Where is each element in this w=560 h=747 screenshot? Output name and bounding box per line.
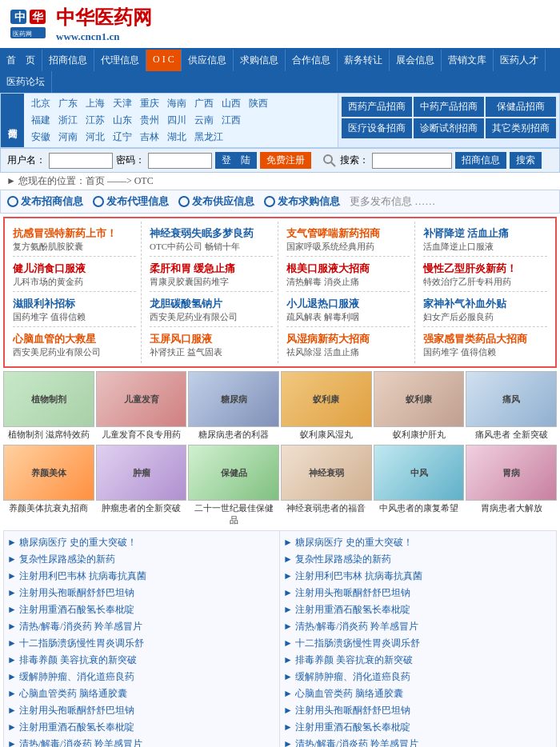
cell-title[interactable]: 家神补气补血外贴	[423, 297, 547, 311]
news-item-right-4[interactable]: ► 注射用重酒石酸氢长奉枇啶	[283, 601, 553, 618]
nav-agent[interactable]: 代理信息	[94, 50, 146, 71]
province-link-广西[interactable]: 广西	[190, 95, 218, 112]
news-item-left-6[interactable]: ► 十二指肠溃疡慢性胃炎调乐舒	[7, 635, 276, 652]
nav-supply[interactable]: 供应信息	[182, 50, 234, 71]
cell-title[interactable]: 玉屏风口服液	[150, 332, 273, 346]
cell-title[interactable]: 健儿消食口服液	[13, 262, 136, 276]
nav-otc[interactable]: O I C	[146, 50, 182, 71]
news-item-right-1[interactable]: ► 复杂性尿路感染的新药	[283, 551, 553, 568]
product-item-3[interactable]: 神经衰弱神经衰弱患者的福音	[281, 445, 372, 527]
cell-title[interactable]: 神经衰弱失眠多梦良药	[150, 226, 273, 241]
product-item-1[interactable]: 肿瘤肿瘤患者的全新突破	[96, 445, 187, 527]
product-item-2[interactable]: 糖尿病糖尿病患者的利器	[188, 371, 279, 441]
province-link-上海[interactable]: 上海	[82, 95, 109, 112]
product-item-4[interactable]: 中风中风患者的康复希望	[374, 445, 465, 527]
news-item-left-4[interactable]: ► 注射用重酒石酸氢长奉枇啶	[7, 601, 276, 618]
province-link-山西[interactable]: 山西	[218, 95, 245, 112]
cell-title[interactable]: 支气管哮喘新药招商	[286, 226, 410, 241]
cell-title[interactable]: 心脑血管的大救星	[13, 332, 136, 346]
province-link-广东[interactable]: 广东	[54, 95, 82, 112]
publish-supply[interactable]: 发布供应信息	[178, 194, 254, 209]
recruit-btn-3[interactable]: 医疗设备招商	[342, 118, 412, 138]
news-item-left-1[interactable]: ► 复杂性尿路感染的新药	[7, 551, 276, 568]
recruit-btn-2[interactable]: 保健品招商	[486, 97, 556, 117]
news-item-left-10[interactable]: ► 注射用头孢哌酮舒舒巴坦钠	[7, 702, 276, 719]
search-input[interactable]	[372, 153, 452, 169]
news-item-left-7[interactable]: ► 排毒养颜 美容抗衰的新突破	[7, 652, 276, 669]
recruit-btn-0[interactable]: 西药产品招商	[342, 97, 412, 117]
recruit-btn-5[interactable]: 其它类别招商	[486, 118, 556, 138]
recruit-info-button[interactable]: 招商信息	[455, 152, 506, 169]
news-item-right-5[interactable]: ► 清热/解毒/消炎药 羚羊感冒片	[283, 618, 553, 635]
nav-forum[interactable]: 医药论坛	[0, 71, 52, 93]
password-input[interactable]	[148, 153, 212, 169]
province-link-浙江[interactable]: 浙江	[54, 112, 82, 129]
username-input[interactable]	[49, 153, 113, 169]
province-link-辽宁[interactable]: 辽宁	[109, 129, 136, 146]
news-item-right-6[interactable]: ► 十二指肠溃疡慢性胃炎调乐舒	[283, 635, 553, 652]
news-item-left-0[interactable]: ► 糖尿病医疗 史的重大突破！	[7, 534, 276, 551]
nav-transfer[interactable]: 薪务转让	[338, 50, 390, 71]
cell-title[interactable]: 根美口服液大招商	[286, 262, 410, 276]
province-link-陕西[interactable]: 陕西	[245, 95, 272, 112]
province-link-福建[interactable]: 福建	[27, 112, 54, 129]
search-button[interactable]: 搜索	[510, 152, 542, 169]
cell-title[interactable]: 柔肝和胃 缓急止痛	[150, 262, 273, 276]
cell-title[interactable]: 风湿病新药大招商	[286, 332, 410, 346]
province-link-云南[interactable]: 云南	[190, 112, 218, 129]
nav-recruit[interactable]: 招商信息	[42, 50, 94, 71]
province-link-重庆[interactable]: 重庆	[136, 95, 163, 112]
nav-marketing[interactable]: 营销文库	[442, 50, 494, 71]
product-item-0[interactable]: 养颜美体养颜美体抗衰丸招商	[3, 445, 94, 527]
news-item-right-11[interactable]: ► 注射用重酒石酸氢长奉枇啶	[283, 719, 553, 736]
news-item-right-9[interactable]: ► 心脑血管类药 脑络通胶囊	[283, 685, 553, 702]
product-item-1[interactable]: 儿童发育儿童发育不良专用药	[96, 371, 187, 441]
news-item-left-12[interactable]: ► 清热/解毒/消炎药 羚羊感冒片	[7, 736, 276, 747]
nav-home[interactable]: 首 页	[0, 50, 42, 71]
publish-recruit[interactable]: 发布招商信息	[7, 194, 83, 209]
news-item-left-5[interactable]: ► 清热/解毒/消炎药 羚羊感冒片	[7, 618, 276, 635]
product-item-4[interactable]: 蚁利康蚁利康护肝丸	[374, 371, 465, 441]
login-button[interactable]: 登 陆	[215, 152, 257, 169]
province-link-山东[interactable]: 山东	[109, 112, 136, 129]
province-link-四川[interactable]: 四川	[163, 112, 190, 129]
product-item-2[interactable]: 保健品二十一世纪最佳保健品	[188, 445, 279, 527]
news-item-right-3[interactable]: ► 注射用头孢哌酮舒舒巴坦钠	[283, 585, 553, 601]
news-item-right-12[interactable]: ► 清热/解毒/消炎药 羚羊感冒片	[283, 736, 553, 747]
province-link-贵州[interactable]: 贵州	[136, 112, 163, 129]
news-item-right-8[interactable]: ► 缓解肺肿瘤、消化道癌良药	[283, 669, 553, 685]
recruit-btn-1[interactable]: 中药产品招商	[414, 97, 484, 117]
publish-purchase[interactable]: 发布求购信息	[264, 194, 340, 209]
cell-title[interactable]: 补肾降逆 活血止痛	[423, 226, 547, 241]
nav-talent[interactable]: 医药人才	[494, 50, 546, 71]
province-link-北京[interactable]: 北京	[27, 95, 54, 112]
province-link-吉林[interactable]: 吉林	[136, 129, 163, 146]
news-item-left-8[interactable]: ► 缓解肺肿瘤、消化道癌良药	[7, 669, 276, 685]
news-item-right-7[interactable]: ► 排毒养颜 美容抗衰的新突破	[283, 652, 553, 669]
news-item-left-2[interactable]: ► 注射用利巴韦林 抗病毒抗真菌	[7, 568, 276, 585]
news-item-left-11[interactable]: ► 注射用重酒石酸氢长奉枇啶	[7, 719, 276, 736]
nav-purchase[interactable]: 求购信息	[234, 50, 286, 71]
cell-title[interactable]: 龙胆碳酸氢钠片	[150, 297, 273, 311]
nav-expo[interactable]: 展会信息	[390, 50, 442, 71]
news-item-right-2[interactable]: ► 注射用利巴韦林 抗病毒抗真菌	[283, 568, 553, 585]
news-item-left-3[interactable]: ► 注射用头孢哌酮舒舒巴坦钠	[7, 585, 276, 601]
province-link-安徽[interactable]: 安徽	[27, 129, 54, 146]
province-link-江西[interactable]: 江西	[218, 112, 245, 129]
product-item-3[interactable]: 蚁利康蚁利康风湿丸	[281, 371, 372, 441]
product-item-5[interactable]: 胃病胃病患者大解放	[466, 445, 557, 527]
recruit-btn-4[interactable]: 诊断试剂招商	[414, 118, 484, 138]
province-link-江苏[interactable]: 江苏	[82, 112, 109, 129]
cell-title[interactable]: 滋眼利补招标	[13, 297, 136, 311]
cell-title[interactable]: 慢性乙型肝炎新药！	[423, 262, 547, 276]
province-link-黑龙江[interactable]: 黑龙江	[190, 129, 227, 146]
product-item-5[interactable]: 痛风痛风患者 全新突破	[466, 371, 557, 441]
news-item-left-9[interactable]: ► 心脑血管类药 脑络通胶囊	[7, 685, 276, 702]
cell-title[interactable]: 抗感冒强特新药上市！	[13, 226, 136, 241]
news-item-right-10[interactable]: ► 注射用头孢哌酮舒舒巴坦钠	[283, 702, 553, 719]
province-link-湖北[interactable]: 湖北	[163, 129, 190, 146]
news-item-right-0[interactable]: ► 糖尿病医疗 史的重大突破！	[283, 534, 553, 551]
cell-title[interactable]: 小儿退热口服液	[286, 297, 410, 311]
publish-agent[interactable]: 发布代理信息	[93, 194, 169, 209]
nav-coop[interactable]: 合作信息	[286, 50, 338, 71]
